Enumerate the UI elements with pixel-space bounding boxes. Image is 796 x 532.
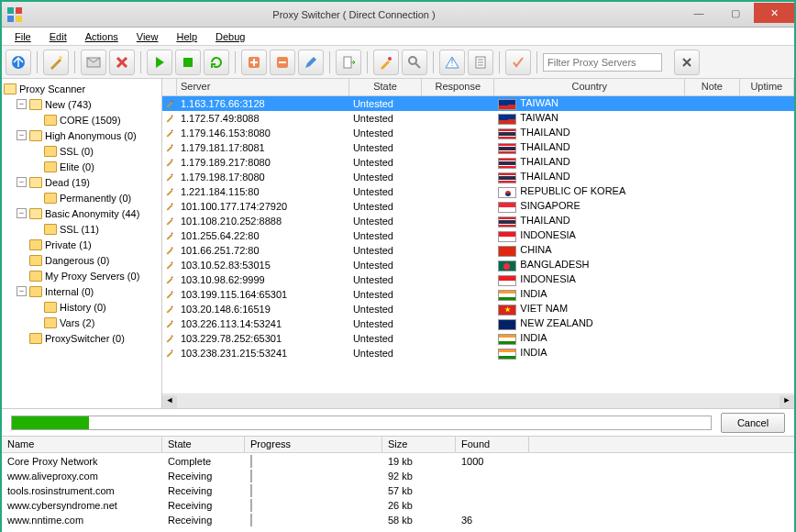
pin-button[interactable] [373,50,399,75]
proxy-row[interactable]: 1.179.198.17:8080UntestedTHAILAND [162,170,794,184]
expand-icon[interactable]: − [17,99,27,109]
folder-icon [29,208,42,219]
tree-item[interactable]: CORE (1509) [2,112,161,127]
proxy-row[interactable]: 103.229.78.252:65301UntestedINDIA [162,331,794,346]
flag-icon [498,158,516,169]
task-row[interactable]: Core Proxy NetworkComplete19 kb1000 [2,454,794,469]
tree-item[interactable]: −Dead (19) [2,174,161,190]
row-icon [162,348,177,359]
proxy-row[interactable]: 1.179.146.153:8080UntestedTHAILAND [162,126,794,140]
stop-button[interactable] [175,50,201,75]
close-button[interactable]: ✕ [754,3,794,23]
col-uptime[interactable]: Uptime [740,79,794,95]
clear-filter-button[interactable] [674,50,700,75]
delete-button[interactable] [109,50,135,75]
expand-icon[interactable]: − [17,177,27,187]
proxy-row[interactable]: 1.221.184.115:80UntestedREPUBLIC OF KORE… [162,184,794,199]
edit-button[interactable] [298,50,324,75]
proxy-row[interactable]: 103.199.115.164:65301UntestedINDIA [162,287,794,302]
row-icon [162,157,177,168]
expand-icon[interactable]: − [17,286,27,296]
menu-edit[interactable]: Edit [42,30,74,43]
svg-point-26 [171,261,173,263]
wand-button[interactable] [43,50,69,75]
tree-item[interactable]: −High Anonymous (0) [2,127,161,143]
tcol-found[interactable]: Found [456,437,529,452]
svg-point-25 [171,247,173,249]
svg-point-22 [171,203,173,205]
menu-actions[interactable]: Actions [78,30,126,43]
task-row[interactable]: www.cybersyndrome.netReceiving26 kb [2,498,794,513]
proxy-row[interactable]: 1.179.181.17:8081UntestedTHAILAND [162,140,794,155]
task-progress [250,455,252,468]
search-button[interactable] [402,50,427,75]
menubar: File Edit Actions View Help Debug [2,28,794,46]
warn-button[interactable]: ! [439,50,465,75]
tree-item[interactable]: −New (743) [2,96,161,112]
tcol-size[interactable]: Size [382,437,456,452]
proxy-row[interactable]: 101.108.210.252:8888UntestedTHAILAND [162,214,794,228]
tcol-name[interactable]: Name [2,437,162,452]
menu-debug[interactable]: Debug [208,30,252,43]
proxy-row[interactable]: 103.20.148.6:16519UntestedVIET NAM [162,302,794,316]
col-country[interactable]: Country [494,79,685,95]
tree-root[interactable]: Proxy Scanner [2,81,161,96]
tree-item[interactable]: SSL (0) [2,143,161,159]
direct-button[interactable] [6,50,31,75]
col-state[interactable]: State [349,79,422,95]
proxy-row[interactable]: 1.179.189.217:8080UntestedTHAILAND [162,155,794,170]
tree-item[interactable]: SSL (11) [2,221,161,237]
expand-icon[interactable]: − [17,130,27,140]
window-title: Proxy Switcher ( Direct Connection ) [28,9,680,20]
proxy-row[interactable]: 1.163.176.66:3128UntestedTAIWAN [162,96,794,111]
check-button[interactable] [505,50,531,75]
filter-input[interactable] [543,53,662,72]
remove-button[interactable] [270,50,295,75]
tree-item[interactable]: Permanently (0) [2,190,161,205]
cancel-button[interactable]: Cancel [721,413,785,433]
task-row[interactable]: tools.rosinstrument.comReceiving57 kb [2,483,794,498]
tree-item[interactable]: My Proxy Servers (0) [2,268,161,283]
proxy-row[interactable]: 1.172.57.49:8088UntestedTAIWAN [162,111,794,126]
col-server[interactable]: Server [177,79,349,95]
tree-item[interactable]: Vars (2) [2,315,161,330]
proxy-row[interactable]: 101.100.177.174:27920UntestedSINGAPORE [162,199,794,214]
tree-item[interactable]: Elite (0) [2,159,161,174]
refresh-button[interactable] [204,50,229,75]
proxy-row[interactable]: 103.10.98.62:9999UntestedINDONESIA [162,272,794,287]
menu-view[interactable]: View [129,30,166,43]
svg-point-18 [171,144,173,146]
mail-button[interactable] [81,50,106,75]
tree-item[interactable]: −Internal (0) [2,283,161,299]
tree-view[interactable]: Proxy Scanner −New (743)CORE (1509)−High… [2,79,162,408]
export-button[interactable] [336,50,361,75]
maximize-button[interactable]: ▢ [717,3,754,23]
proxy-row[interactable]: 103.226.113.14:53241UntestedNEW ZEALAND [162,316,794,331]
proxy-row[interactable]: 103.238.231.215:53241UntestedINDIA [162,346,794,360]
svg-point-32 [171,349,173,351]
tcol-state[interactable]: State [162,437,245,452]
proxy-row[interactable]: 103.10.52.83:53015UntestedBANGLADESH [162,258,794,272]
col-response[interactable]: Response [422,79,494,95]
expand-icon[interactable]: − [17,208,27,218]
col-note[interactable]: Note [685,79,739,95]
tree-item[interactable]: Private (1) [2,237,161,252]
task-row[interactable]: www.nntime.comReceiving58 kb36 [2,513,794,527]
doc-button[interactable] [468,50,493,75]
tree-item[interactable]: History (0) [2,299,161,315]
hscrollbar[interactable]: ◄► [162,393,794,408]
add-button[interactable] [241,50,267,75]
proxy-row[interactable]: 101.66.251.72:80UntestedCHINA [162,243,794,258]
menu-file[interactable]: File [7,30,39,43]
flag-icon [498,143,516,154]
play-button[interactable] [147,50,172,75]
tree-item[interactable]: ProxySwitcher (0) [2,330,161,346]
tree-item[interactable]: −Basic Anonymity (44) [2,205,161,221]
tcol-progress[interactable]: Progress [245,437,382,452]
task-row[interactable]: www.aliveproxy.comReceiving92 kb [2,469,794,483]
proxy-row[interactable]: 101.255.64.22:80UntestedINDONESIA [162,228,794,243]
list-body[interactable]: 1.163.176.66:3128UntestedTAIWAN1.172.57.… [162,96,794,393]
menu-help[interactable]: Help [169,30,205,43]
minimize-button[interactable]: — [680,3,717,23]
tree-item[interactable]: Dangerous (0) [2,252,161,268]
